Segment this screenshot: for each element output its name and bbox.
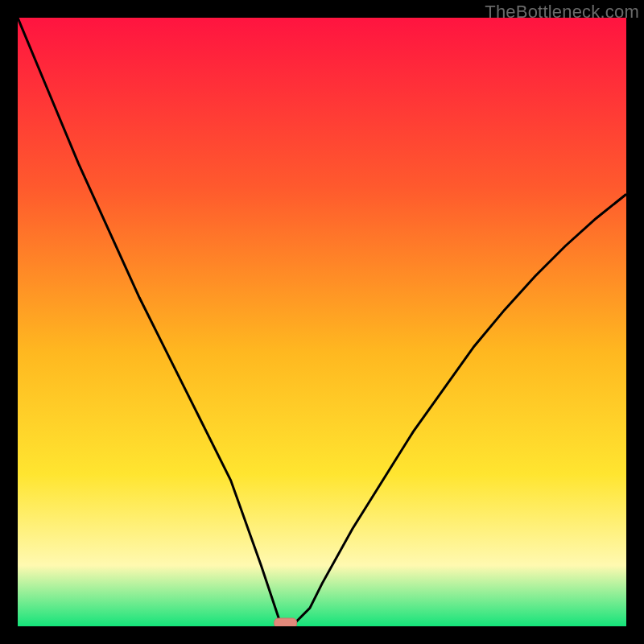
gradient-background (18, 18, 626, 626)
plot-area (18, 18, 626, 626)
chart-svg (18, 18, 626, 626)
watermark-text: TheBottleneck.com (485, 2, 639, 23)
chart-frame: TheBottleneck.com (0, 0, 644, 644)
minimum-marker (275, 618, 297, 626)
